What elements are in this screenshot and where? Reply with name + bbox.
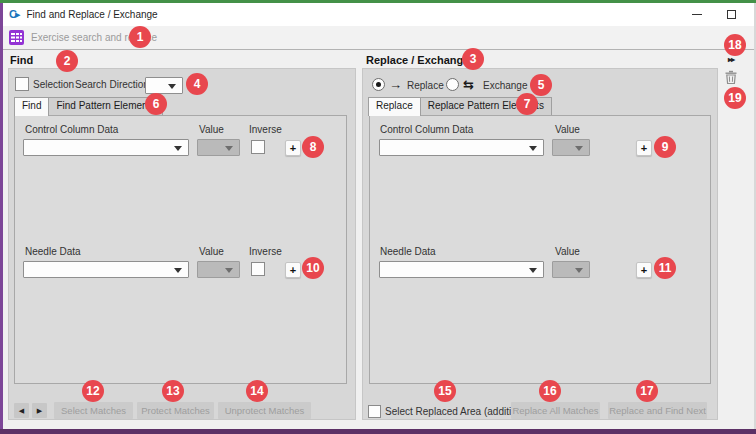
replace-all-matches-button[interactable]: Replace All Matches (511, 402, 600, 419)
window-title: Find and Replace / Exchange (26, 9, 157, 20)
find-tab-page: Control Column Data Value Inverse + Need… (14, 115, 347, 384)
exercise-table-icon (9, 30, 24, 45)
annotation-badge-9: 9 (654, 136, 676, 158)
tab-replace[interactable]: Replace (368, 97, 421, 116)
find-panel: Selection Search Direction Find Find Pat… (8, 68, 356, 420)
search-direction-dropdown[interactable] (145, 77, 183, 94)
annotation-badge-8: 8 (302, 136, 324, 158)
select-replaced-area-label: Select Replaced Area (additive) (385, 406, 525, 417)
annotation-badge-19: 19 (724, 87, 746, 109)
replace-control-value-dropdown[interactable] (552, 139, 590, 156)
minimize-icon (692, 14, 702, 15)
search-direction-label: Search Direction (75, 79, 149, 90)
app-icon: C▸ (9, 8, 18, 21)
replace-control-column-dropdown[interactable] (379, 139, 544, 156)
find-control-add-button[interactable]: + (285, 140, 301, 156)
minimize-button[interactable] (682, 3, 712, 26)
replace-radio[interactable] (372, 78, 385, 91)
annotation-badge-10: 10 (302, 257, 324, 279)
find-tabbar: Find Find Pattern Elements (14, 97, 162, 116)
find-control-inverse-checkbox[interactable] (251, 140, 265, 154)
find-needle-inverse-checkbox[interactable] (251, 262, 265, 276)
toolbar: Exercise search and replace (3, 26, 754, 50)
window-border-left (0, 3, 3, 434)
annotation-badge-6: 6 (145, 93, 167, 115)
find-section-header: Find (10, 54, 33, 66)
window-border-top (0, 0, 756, 3)
titlebar: C▸ Find and Replace / Exchange (3, 3, 754, 26)
annotation-badge-1: 1 (129, 26, 151, 48)
replace-needle-value-dropdown[interactable] (552, 261, 590, 278)
annotation-badge-2: 2 (56, 50, 78, 72)
replace-panel: → Replace ⇆ Exchange Replace Replace Pat… (362, 68, 718, 420)
delete-button[interactable] (723, 69, 739, 85)
find-control-column-dropdown[interactable] (23, 139, 189, 156)
next-match-button[interactable]: ▶ (32, 403, 47, 418)
selection-label: Selection (33, 79, 74, 90)
inverse-label: Inverse (249, 124, 282, 135)
exchange-arrows-icon: ⇆ (463, 78, 474, 91)
annotation-badge-15: 15 (434, 380, 456, 402)
next-icon: ▶ (37, 407, 42, 415)
annotation-badge-17: 17 (636, 380, 658, 402)
replace-section-header: Replace / Exchange (366, 54, 469, 66)
value-label: Value (199, 124, 224, 135)
find-replace-window: C▸ Find and Replace / Exchange Exercise … (0, 0, 756, 434)
previous-icon: ◀ (19, 407, 24, 415)
replace-control-add-button[interactable]: + (636, 140, 652, 156)
annotation-badge-4: 4 (186, 73, 208, 95)
exchange-radio[interactable] (446, 78, 459, 91)
select-matches-button[interactable]: Select Matches (54, 402, 133, 419)
maximize-icon (727, 10, 736, 19)
annotation-badge-5: 5 (530, 74, 552, 96)
annotation-badge-3: 3 (462, 48, 484, 70)
replace-radio-label: Replace (407, 80, 444, 91)
annotation-badge-12: 12 (82, 380, 104, 402)
select-replaced-area-checkbox[interactable] (368, 405, 381, 418)
inverse-label: Inverse (249, 246, 282, 257)
replace-needle-add-button[interactable]: + (636, 262, 652, 278)
tab-find[interactable]: Find (14, 97, 49, 116)
value-label: Value (555, 124, 580, 135)
annotation-badge-14: 14 (246, 380, 268, 402)
protect-matches-button[interactable]: Protect Matches (137, 402, 214, 419)
maximize-button[interactable] (716, 3, 746, 26)
annotation-badge-11: 11 (654, 257, 676, 279)
trash-icon (725, 70, 737, 84)
annotation-badge-7: 7 (516, 93, 538, 115)
exchange-radio-label: Exchange (483, 80, 527, 91)
needle-data-label: Needle Data (25, 246, 81, 257)
window-border-bottom (0, 429, 756, 434)
find-needle-add-button[interactable]: + (285, 262, 301, 278)
find-control-value-dropdown[interactable] (197, 139, 240, 156)
value-label: Value (555, 246, 580, 257)
value-label: Value (199, 246, 224, 257)
annotation-badge-16: 16 (539, 380, 561, 402)
replace-arrow-icon: → (389, 78, 402, 91)
needle-data-label: Needle Data (380, 246, 436, 257)
previous-match-button[interactable]: ◀ (14, 403, 29, 418)
find-needle-value-dropdown[interactable] (197, 261, 240, 278)
replace-needle-dropdown[interactable] (379, 261, 544, 278)
control-column-data-label: Control Column Data (380, 124, 473, 135)
control-column-data-label: Control Column Data (25, 124, 118, 135)
replace-and-find-next-button[interactable]: Replace and Find Next (608, 402, 707, 419)
selection-checkbox[interactable] (15, 77, 29, 91)
unprotect-matches-button[interactable]: Unprotect Matches (218, 402, 311, 419)
annotation-badge-18: 18 (724, 34, 746, 56)
find-needle-dropdown[interactable] (23, 261, 189, 278)
annotation-badge-13: 13 (162, 380, 184, 402)
